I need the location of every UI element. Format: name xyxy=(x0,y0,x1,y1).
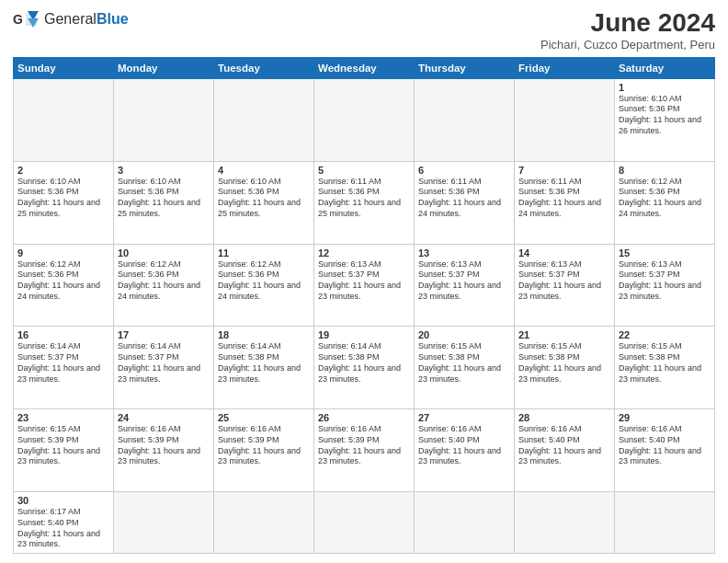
day-info: Sunrise: 6:16 AMSunset: 5:39 PMDaylight:… xyxy=(218,424,310,467)
svg-text:G: G xyxy=(13,12,23,27)
day-number: 16 xyxy=(17,329,109,340)
day-number: 4 xyxy=(218,165,310,176)
logo-icon: G xyxy=(13,9,40,29)
day-info: Sunrise: 6:15 AMSunset: 5:39 PMDaylight:… xyxy=(17,424,109,467)
calendar-page: G GeneralBlue June 2024 Pichari, Cuzco D… xyxy=(0,0,728,563)
day-info: Sunrise: 6:10 AMSunset: 5:36 PMDaylight:… xyxy=(118,177,210,220)
day-info: Sunrise: 6:11 AMSunset: 5:36 PMDaylight:… xyxy=(518,177,610,220)
location-subtitle: Pichari, Cuzco Department, Peru xyxy=(540,38,715,52)
calendar-cell-6: 6Sunrise: 6:11 AMSunset: 5:36 PMDaylight… xyxy=(415,161,515,244)
day-number: 7 xyxy=(518,165,610,176)
day-info: Sunrise: 6:11 AMSunset: 5:36 PMDaylight:… xyxy=(418,177,510,220)
calendar-cell-empty xyxy=(214,78,314,161)
weekday-header-wednesday: Wednesday xyxy=(314,57,415,78)
day-info: Sunrise: 6:16 AMSunset: 5:40 PMDaylight:… xyxy=(518,424,610,467)
day-number: 30 xyxy=(17,495,109,506)
calendar-cell-23: 23Sunrise: 6:15 AMSunset: 5:39 PMDayligh… xyxy=(14,409,114,492)
day-info: Sunrise: 6:16 AMSunset: 5:39 PMDaylight:… xyxy=(318,424,410,467)
calendar-cell-13: 13Sunrise: 6:13 AMSunset: 5:37 PMDayligh… xyxy=(415,244,515,327)
weekday-row: SundayMondayTuesdayWednesdayThursdayFrid… xyxy=(14,57,715,78)
day-info: Sunrise: 6:14 AMSunset: 5:37 PMDaylight:… xyxy=(118,341,210,385)
day-info: Sunrise: 6:10 AMSunset: 5:36 PMDaylight:… xyxy=(619,94,711,137)
calendar-cell-5: 5Sunrise: 6:11 AMSunset: 5:36 PMDaylight… xyxy=(314,161,415,244)
calendar-cell-empty xyxy=(515,78,615,161)
day-number: 26 xyxy=(318,412,410,423)
calendar-week-5: 23Sunrise: 6:15 AMSunset: 5:39 PMDayligh… xyxy=(14,409,715,492)
day-number: 13 xyxy=(418,247,510,259)
day-info: Sunrise: 6:15 AMSunset: 5:38 PMDaylight:… xyxy=(619,341,711,385)
day-info: Sunrise: 6:13 AMSunset: 5:37 PMDaylight:… xyxy=(318,259,410,303)
calendar-cell-empty xyxy=(415,78,515,161)
day-number: 22 xyxy=(619,329,711,340)
day-info: Sunrise: 6:14 AMSunset: 5:38 PMDaylight:… xyxy=(218,341,310,385)
day-number: 17 xyxy=(118,329,210,340)
calendar-cell-20: 20Sunrise: 6:15 AMSunset: 5:38 PMDayligh… xyxy=(415,327,515,409)
day-number: 1 xyxy=(619,82,711,93)
calendar-cell-18: 18Sunrise: 6:14 AMSunset: 5:38 PMDayligh… xyxy=(214,327,314,409)
day-number: 12 xyxy=(318,247,410,259)
day-number: 29 xyxy=(619,412,711,423)
day-number: 19 xyxy=(318,329,410,340)
weekday-header-saturday: Saturday xyxy=(615,57,715,78)
weekday-header-monday: Monday xyxy=(114,57,214,78)
day-number: 18 xyxy=(218,329,310,340)
day-number: 24 xyxy=(118,412,210,423)
logo-text: GeneralBlue xyxy=(44,11,129,28)
calendar-cell-9: 9Sunrise: 6:12 AMSunset: 5:36 PMDaylight… xyxy=(14,244,114,327)
day-number: 23 xyxy=(17,412,109,423)
calendar-cell-26: 26Sunrise: 6:16 AMSunset: 5:39 PMDayligh… xyxy=(314,409,415,492)
calendar-cell-21: 21Sunrise: 6:15 AMSunset: 5:38 PMDayligh… xyxy=(515,327,615,409)
day-info: Sunrise: 6:13 AMSunset: 5:37 PMDaylight:… xyxy=(518,259,610,303)
day-info: Sunrise: 6:14 AMSunset: 5:38 PMDaylight:… xyxy=(318,341,410,385)
calendar-week-3: 9Sunrise: 6:12 AMSunset: 5:36 PMDaylight… xyxy=(14,244,715,327)
day-number: 3 xyxy=(118,165,210,176)
day-info: Sunrise: 6:14 AMSunset: 5:37 PMDaylight:… xyxy=(17,341,109,385)
calendar-body: 1Sunrise: 6:10 AMSunset: 5:36 PMDaylight… xyxy=(14,78,715,553)
day-number: 11 xyxy=(218,247,310,259)
calendar-cell-empty xyxy=(314,492,415,554)
calendar-week-4: 16Sunrise: 6:14 AMSunset: 5:37 PMDayligh… xyxy=(14,327,715,409)
calendar-cell-17: 17Sunrise: 6:14 AMSunset: 5:37 PMDayligh… xyxy=(114,327,214,409)
calendar-cell-7: 7Sunrise: 6:11 AMSunset: 5:36 PMDaylight… xyxy=(515,161,615,244)
calendar-cell-22: 22Sunrise: 6:15 AMSunset: 5:38 PMDayligh… xyxy=(615,327,715,409)
calendar-cell-19: 19Sunrise: 6:14 AMSunset: 5:38 PMDayligh… xyxy=(314,327,415,409)
day-number: 14 xyxy=(518,247,610,259)
calendar-week-6: 30Sunrise: 6:17 AMSunset: 5:40 PMDayligh… xyxy=(14,492,715,554)
header: G GeneralBlue June 2024 Pichari, Cuzco D… xyxy=(13,9,715,52)
day-number: 21 xyxy=(518,329,610,340)
calendar-cell-empty xyxy=(615,492,715,554)
weekday-header-thursday: Thursday xyxy=(415,57,515,78)
day-number: 28 xyxy=(518,412,610,423)
day-info: Sunrise: 6:16 AMSunset: 5:40 PMDaylight:… xyxy=(619,424,711,467)
calendar-cell-15: 15Sunrise: 6:13 AMSunset: 5:37 PMDayligh… xyxy=(615,244,715,327)
calendar-cell-8: 8Sunrise: 6:12 AMSunset: 5:36 PMDaylight… xyxy=(615,161,715,244)
calendar-cell-3: 3Sunrise: 6:10 AMSunset: 5:36 PMDaylight… xyxy=(114,161,214,244)
calendar-cell-4: 4Sunrise: 6:10 AMSunset: 5:36 PMDaylight… xyxy=(214,161,314,244)
weekday-header-friday: Friday xyxy=(515,57,615,78)
day-info: Sunrise: 6:13 AMSunset: 5:37 PMDaylight:… xyxy=(418,259,510,303)
calendar-cell-empty xyxy=(214,492,314,554)
calendar-week-1: 1Sunrise: 6:10 AMSunset: 5:36 PMDaylight… xyxy=(14,78,715,161)
day-info: Sunrise: 6:16 AMSunset: 5:40 PMDaylight:… xyxy=(418,424,510,467)
calendar-cell-empty xyxy=(415,492,515,554)
calendar-cell-27: 27Sunrise: 6:16 AMSunset: 5:40 PMDayligh… xyxy=(415,409,515,492)
calendar-cell-10: 10Sunrise: 6:12 AMSunset: 5:36 PMDayligh… xyxy=(114,244,214,327)
logo: G GeneralBlue xyxy=(13,9,129,29)
day-number: 10 xyxy=(118,247,210,259)
calendar-cell-25: 25Sunrise: 6:16 AMSunset: 5:39 PMDayligh… xyxy=(214,409,314,492)
day-info: Sunrise: 6:13 AMSunset: 5:37 PMDaylight:… xyxy=(619,259,711,303)
day-number: 6 xyxy=(418,165,510,176)
calendar-cell-28: 28Sunrise: 6:16 AMSunset: 5:40 PMDayligh… xyxy=(515,409,615,492)
weekday-header-sunday: Sunday xyxy=(14,57,114,78)
day-info: Sunrise: 6:16 AMSunset: 5:39 PMDaylight:… xyxy=(118,424,210,467)
day-info: Sunrise: 6:12 AMSunset: 5:36 PMDaylight:… xyxy=(17,259,109,303)
calendar-week-2: 2Sunrise: 6:10 AMSunset: 5:36 PMDaylight… xyxy=(14,161,715,244)
calendar-cell-empty xyxy=(314,78,415,161)
calendar-cell-24: 24Sunrise: 6:16 AMSunset: 5:39 PMDayligh… xyxy=(114,409,214,492)
day-number: 8 xyxy=(619,165,711,176)
day-number: 20 xyxy=(418,329,510,340)
day-info: Sunrise: 6:12 AMSunset: 5:36 PMDaylight:… xyxy=(218,259,310,303)
calendar-cell-empty xyxy=(114,492,214,554)
calendar-cell-30: 30Sunrise: 6:17 AMSunset: 5:40 PMDayligh… xyxy=(14,492,114,554)
calendar-cell-29: 29Sunrise: 6:16 AMSunset: 5:40 PMDayligh… xyxy=(615,409,715,492)
